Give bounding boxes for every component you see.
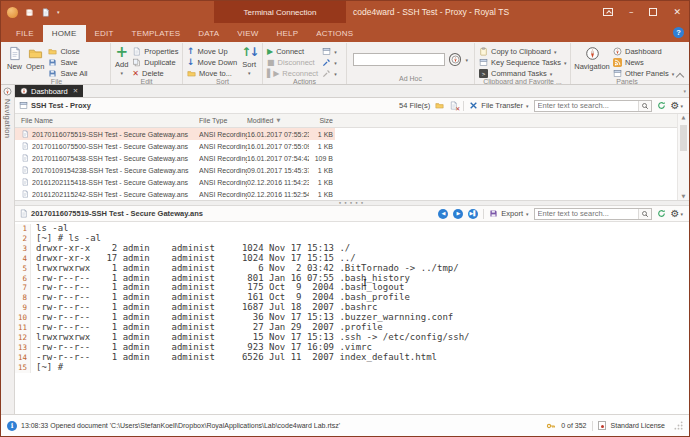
ad-hoc-dropdown-icon[interactable]: ▾ xyxy=(465,57,468,63)
connect-play-icon: ▶ xyxy=(267,48,273,56)
close-document-button[interactable]: Close xyxy=(48,47,87,56)
disconnect-button: ■Disconnect xyxy=(267,58,318,67)
table-row[interactable]: 20170116075438-SSH Test - Secure Gateway… xyxy=(15,152,689,164)
tab-dashboard[interactable]: Dashboard ✕ xyxy=(15,85,83,97)
table-row[interactable]: 20161202115242-SSH Test - Secure Gateway… xyxy=(15,188,689,200)
open-folder-button[interactable] xyxy=(435,101,444,110)
command-tasks-button[interactable]: >Command Tasks▾ xyxy=(479,69,566,78)
playback-play-button[interactable]: ▶ xyxy=(453,209,463,219)
recording-search-button[interactable] xyxy=(638,209,651,219)
ad-hoc-input[interactable] xyxy=(353,53,445,66)
recording-panel-header: 20170116075519-SSH Test - Secure Gateway… xyxy=(15,206,689,222)
table-row[interactable]: 20161202115418-SSH Test - Secure Gateway… xyxy=(15,176,689,188)
navigation-autohide-strip[interactable]: Navigation xyxy=(1,85,15,414)
ribbon-group-panels: Navigation Dashboard News Other Panels▾ … xyxy=(571,43,683,84)
folder-icon xyxy=(48,47,57,56)
table-row[interactable]: 20170116075519-SSH Test - Secure Gateway… xyxy=(15,128,689,140)
delete-file-button[interactable]: ✕ xyxy=(449,101,458,110)
group-label-adhoc: Ad Hoc xyxy=(349,75,472,84)
tab-help[interactable]: HELP xyxy=(268,25,308,42)
move-up-button[interactable]: ↑Move Up xyxy=(187,47,237,56)
key-usage-count: 0 of 352 xyxy=(561,422,586,429)
recording-search-input[interactable] xyxy=(535,209,638,218)
scrollbar-thumb[interactable] xyxy=(680,125,687,151)
tab-templates[interactable]: TEMPLATES xyxy=(123,25,190,42)
contextual-tab-terminal-connection[interactable]: Terminal Connection xyxy=(214,1,346,23)
dashboard-icon xyxy=(613,47,622,56)
file-list-scrollbar[interactable]: ▲ ▼ xyxy=(677,114,689,200)
tab-list-dropdown-icon[interactable]: ▾ xyxy=(683,89,686,94)
playback-next-button[interactable]: ▶▌ xyxy=(468,209,478,219)
column-header-size[interactable]: Size xyxy=(309,117,335,124)
connect-button[interactable]: ▶Connect xyxy=(267,47,318,56)
qat-dropdown-icon[interactable]: ▾ xyxy=(57,9,60,15)
news-panel-button[interactable]: News xyxy=(613,58,674,67)
search-icon xyxy=(641,102,649,110)
duplicate-button[interactable]: Duplicate xyxy=(132,58,178,67)
files-panel-title: SSH Test - Proxy xyxy=(19,101,91,110)
resize-grip[interactable] xyxy=(674,421,683,430)
sort-button[interactable]: ↑↓Sort▾ xyxy=(239,44,259,78)
column-header-modified[interactable]: Modified▼ xyxy=(247,117,309,124)
save-all-button[interactable]: Save All xyxy=(48,69,87,78)
open-button[interactable]: Open xyxy=(24,44,46,78)
app-logo-icon[interactable] xyxy=(7,7,18,18)
key-sequence-tasks-button[interactable]: Key Sequence Tasks▾ xyxy=(479,58,566,67)
search-icon xyxy=(641,210,649,218)
tab-home[interactable]: HOME xyxy=(43,25,86,42)
dashboard-tab-close-icon[interactable]: ✕ xyxy=(73,88,78,95)
other-panels-button[interactable]: Other Panels▾ xyxy=(613,69,674,78)
tab-edit[interactable]: EDIT xyxy=(86,25,123,42)
sort-arrows-icon: ↑↓ xyxy=(241,46,257,59)
minimize-button[interactable]: – xyxy=(629,8,634,17)
connect-options-button[interactable]: ▾ xyxy=(322,47,337,56)
document-tab-strip: Dashboard ✕ ▾ xyxy=(15,85,689,98)
files-search-input[interactable] xyxy=(535,101,638,110)
quick-save-icon[interactable] xyxy=(25,8,34,17)
terminal-line: -rw-r--r-- 1 admin administ 6526 Jul 11 … xyxy=(31,353,437,363)
move-to-button[interactable]: Move to... xyxy=(187,69,237,78)
maximize-button[interactable] xyxy=(649,8,657,16)
export-button[interactable]: Export▾ xyxy=(489,209,528,218)
terminal-output[interactable]: 1ls -al 2[~] # ls -al 3drwxr-xr-x 2 admi… xyxy=(15,222,689,414)
files-search-button[interactable] xyxy=(638,101,651,111)
connect-task-disabled-button: ▾ xyxy=(322,69,337,78)
tab-actions[interactable]: ACTIONS xyxy=(307,25,362,42)
tab-file[interactable]: FILE xyxy=(7,25,43,42)
scroll-up-icon[interactable]: ▲ xyxy=(682,115,686,120)
files-panel-header: SSH Test - Proxy 54 File(s) ✕ File Trans… xyxy=(15,98,689,114)
move-down-button[interactable]: ↓Move Down xyxy=(187,58,237,67)
column-header-file-name[interactable]: File Name xyxy=(15,117,199,124)
add-button[interactable]: +Add▾ xyxy=(113,44,130,78)
save-button[interactable]: Save xyxy=(48,58,87,67)
ribbon-display-options-icon[interactable] xyxy=(603,8,613,16)
playback-previous-button[interactable]: ◀ xyxy=(438,209,448,219)
gear-icon: ⚙ xyxy=(671,101,680,111)
files-refresh-button[interactable] xyxy=(657,101,666,110)
connect-task-button[interactable]: ▾ xyxy=(322,58,337,67)
table-row[interactable]: 20170116075500-SSH Test - Secure Gateway… xyxy=(15,140,689,152)
file-transfer-button[interactable]: File Transfer▾ xyxy=(469,101,528,110)
navigation-panel-button[interactable]: Navigation xyxy=(573,44,611,78)
close-button[interactable]: ✕ xyxy=(673,8,681,17)
recording-settings-button[interactable]: ⚙▾ xyxy=(671,209,683,219)
recording-search-box xyxy=(534,208,652,220)
column-header-file-type[interactable]: File Type xyxy=(199,117,247,124)
arrow-down-icon: ↓ xyxy=(187,58,195,67)
quick-document-icon[interactable] xyxy=(41,8,50,17)
ad-hoc-connect-button[interactable] xyxy=(449,53,461,66)
dashboard-panel-button[interactable]: Dashboard xyxy=(613,47,674,56)
ribbon: New Open Close Save Save All File +Add▾ … xyxy=(1,42,689,85)
scroll-down-icon[interactable]: ▼ xyxy=(682,194,686,199)
delete-button[interactable]: ✕Delete xyxy=(132,69,178,78)
table-row[interactable]: 20170109154238-SSH Test - Secure Gateway… xyxy=(15,164,689,176)
files-settings-button[interactable]: ⚙▾ xyxy=(671,101,683,111)
new-button[interactable]: New xyxy=(5,44,24,78)
help-icon[interactable]: ? xyxy=(673,27,684,38)
copy-to-clipboard-button[interactable]: Copy to Clipboard▾ xyxy=(479,47,566,56)
recording-refresh-button[interactable] xyxy=(657,209,666,218)
tab-data[interactable]: DATA xyxy=(189,25,228,42)
tab-view[interactable]: VIEW xyxy=(228,25,267,42)
license-label: Standard License xyxy=(611,422,665,429)
properties-button[interactable]: Properties xyxy=(132,47,178,56)
